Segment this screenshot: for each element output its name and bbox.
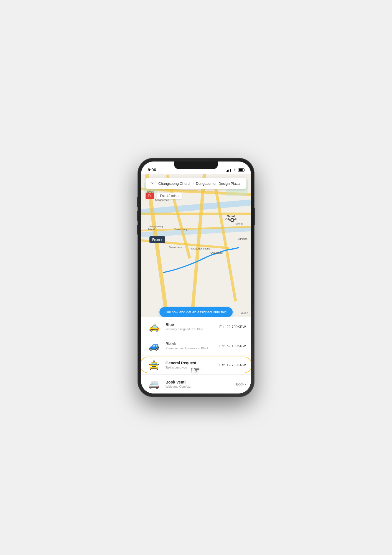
general-service-desc: Taxi around you: [166, 366, 219, 369]
black-service-name: Black: [166, 342, 219, 346]
map-background: Jayuro Heungdo Bongdaesan Namgoyang Isla…: [141, 174, 251, 317]
route-search-bar[interactable]: × Changseong Church › Dongdaemun Design …: [146, 178, 246, 189]
to-badge[interactable]: To: [146, 193, 154, 199]
map-label-island: Island: [148, 228, 155, 231]
service-item-blue[interactable]: 🚕 Blue Instantly assigned taxi, Blue Est…: [141, 317, 251, 336]
wifi-icon: [232, 168, 236, 172]
est-time-arrow: ›: [178, 194, 179, 198]
phone-device: 9:06: [138, 158, 254, 397]
black-taxi-icon: 🚙: [146, 340, 162, 351]
venti-taxi-icon: 🚐: [146, 379, 162, 390]
map-label-seongsu: Seong: [235, 222, 243, 225]
route-origin: Changseong Church: [158, 181, 191, 186]
blue-taxi-icon: 🚕: [146, 321, 162, 332]
map-label-gwangmyeong: ⊙Gwangmyeong: [191, 247, 210, 250]
status-icons: [226, 168, 244, 172]
map-label-geumcheon: Geumcheon: [169, 246, 182, 249]
map-label-gwanak: Gwanak IC: [210, 251, 223, 254]
general-taxi-icon: 🚖: [146, 359, 162, 370]
map-label-namgoyang: Namgoyang: [149, 225, 163, 228]
route-info: Changseong Church › Dongdaemun Design Pl…: [158, 181, 243, 186]
notch: [174, 162, 218, 169]
bottom-panel: 🚕 Blue Instantly assigned taxi, Blue Est…: [141, 317, 251, 393]
map-area: Jayuro Heungdo Bongdaesan Namgoyang Isla…: [141, 174, 251, 317]
general-service-info: General Request Taxi around you: [166, 361, 219, 369]
black-service-info: Black Premium mobility service, Black: [166, 342, 219, 350]
black-service-desc: Premium mobility service, Black: [166, 347, 219, 350]
venti-service-info: Book Venti Wide and Comfor...: [166, 380, 236, 388]
route-destination: Dongdaemun Design Plaza: [196, 181, 240, 186]
venti-service-name: Book Venti: [166, 380, 236, 384]
close-button[interactable]: ×: [149, 180, 156, 186]
kakao-label: kakao: [241, 312, 248, 315]
map-label-junction: Junction,: [238, 238, 248, 240]
book-venti-button[interactable]: Book ›: [236, 382, 246, 386]
general-service-price: Est. 19,700KRW: [219, 363, 246, 367]
est-time-badge[interactable]: Est. 42 min ›: [157, 193, 182, 199]
promo-bubble[interactable]: Call now and get an assigned Blue taxi!: [159, 307, 233, 317]
blue-service-info: Blue Instantly assigned taxi, Blue: [166, 322, 219, 331]
blue-service-name: Blue: [166, 322, 219, 327]
est-time-text: Est. 42 min: [160, 194, 177, 198]
general-service-name: General Request: [166, 361, 219, 365]
map-label-yeomchang: Yeomchang: [174, 228, 187, 231]
signal-bars-icon: [226, 168, 231, 172]
blue-service-price: Est. 22,700KRW: [219, 325, 246, 329]
destination-marker: [230, 218, 234, 222]
from-bubble[interactable]: From: [149, 236, 165, 243]
service-item-venti[interactable]: 🚐 Book Venti Wide and Comfor... Book ›: [141, 375, 251, 393]
route-separator: ›: [193, 181, 194, 185]
status-time: 9:06: [148, 167, 156, 172]
blue-service-desc: Instantly assigned taxi, Blue: [166, 327, 219, 331]
venti-service-desc: Wide and Comfor...: [166, 385, 236, 388]
service-item-general[interactable]: 🚖 General Request Taxi around you Est. 1…: [141, 355, 251, 375]
battery-icon: [238, 168, 244, 172]
phone-screen: 9:06: [141, 162, 251, 393]
black-service-price: Est. 52,100KRW: [219, 344, 246, 348]
service-item-black[interactable]: 🚙 Black Premium mobility service, Black …: [141, 336, 251, 355]
